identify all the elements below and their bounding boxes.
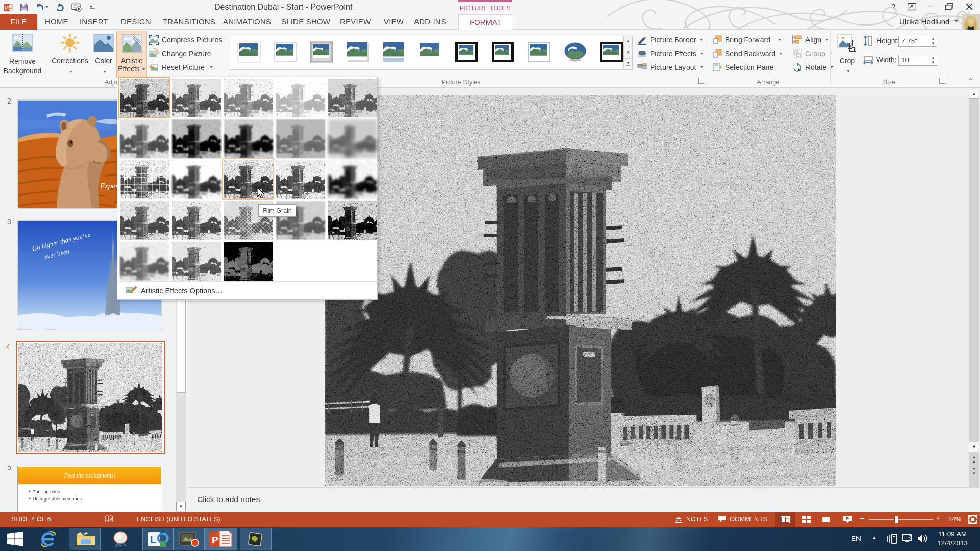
svg-text:P: P [212,535,218,545]
svg-text:L: L [150,534,156,545]
svg-text:P: P [5,4,9,10]
svg-text:Feel the excitement!!: Feel the excitement!! [63,472,115,479]
svg-text:Unforgettable memories: Unforgettable memories [33,496,82,502]
svg-text:Thrilling rides: Thrilling rides [33,489,60,494]
